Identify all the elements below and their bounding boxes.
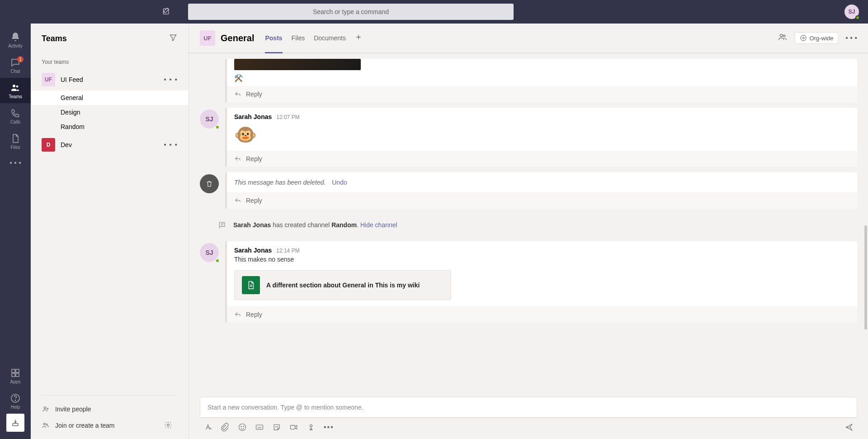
team-avatar: UF <box>42 73 55 86</box>
teams-footer: Invite people Join or create a team <box>31 390 189 439</box>
reply-button[interactable]: Reply <box>227 192 857 209</box>
rail-files[interactable]: Files <box>0 129 31 154</box>
presence-indicator <box>215 258 220 263</box>
reply-button[interactable]: Reply <box>227 306 857 323</box>
svg-point-26 <box>310 425 312 427</box>
svg-point-12 <box>46 424 47 425</box>
team-more-icon[interactable]: • • • <box>164 76 178 84</box>
emoji-icon[interactable] <box>238 423 247 432</box>
wiki-title: A different section about General in Thi… <box>266 282 420 289</box>
join-create-team-button[interactable]: Join or create a team <box>31 417 189 434</box>
tab-posts[interactable]: Posts <box>265 24 282 52</box>
gif-icon[interactable]: GIF <box>255 423 264 432</box>
format-icon[interactable] <box>203 423 212 432</box>
message-avatar[interactable]: SJ <box>200 110 219 129</box>
teams-panel: Teams Your teams UF UI Feed • • • Genera… <box>31 24 189 439</box>
message-avatar[interactable]: SJ <box>200 243 219 262</box>
attachment-image[interactable] <box>234 59 361 70</box>
svg-point-8 <box>15 400 15 400</box>
rail-more[interactable]: • • • <box>0 154 31 172</box>
attach-icon[interactable] <box>221 423 230 432</box>
profile-avatar[interactable]: SJ <box>844 5 859 19</box>
teams-title: Teams <box>42 34 67 43</box>
svg-point-14 <box>780 34 783 37</box>
channel-more-icon[interactable]: • • • <box>845 34 857 42</box>
teams-header: Teams <box>31 24 189 53</box>
channel-design[interactable]: Design <box>31 105 189 119</box>
svg-rect-6 <box>16 373 19 377</box>
settings-icon[interactable] <box>164 421 178 430</box>
system-message: Sarah Jonas has created channel Random. … <box>200 214 857 236</box>
chat-badge: 1 <box>17 56 24 62</box>
svg-point-24 <box>277 427 278 427</box>
rail-apps[interactable]: Apps <box>0 363 31 388</box>
rail-download[interactable] <box>6 414 24 432</box>
message-time: 12:14 PM <box>276 248 299 254</box>
meetnow-icon[interactable] <box>289 423 298 432</box>
presence-indicator <box>855 15 860 20</box>
composer-area: Start a new conversation. Type @ to ment… <box>189 397 868 439</box>
channel-tabs: Posts Files Documents <box>265 24 362 52</box>
team-more-icon[interactable]: • • • <box>164 141 178 149</box>
titlebar: Search or type a command SJ <box>0 0 868 24</box>
compose-button[interactable] <box>159 5 174 19</box>
message-time: 12:07 PM <box>276 114 299 120</box>
channel-general[interactable]: General <box>31 91 189 105</box>
hide-channel-link[interactable]: Hide channel <box>360 221 397 229</box>
send-button[interactable] <box>844 423 854 432</box>
composer-input[interactable]: Start a new conversation. Type @ to ment… <box>200 397 857 418</box>
composer-toolbar: GIF ••• <box>200 418 857 432</box>
teams-section-label: Your teams <box>31 55 189 69</box>
profile-initials: SJ <box>849 9 855 15</box>
reply-button[interactable]: Reply <box>227 151 857 167</box>
svg-point-11 <box>43 423 45 425</box>
content-area: UF General Posts Files Documents Org-wid… <box>189 24 868 439</box>
rail-activity[interactable]: Activity <box>0 27 31 52</box>
rail-calls[interactable]: Calls <box>0 103 31 129</box>
svg-rect-4 <box>16 369 19 372</box>
channel-title: General <box>221 33 254 43</box>
rail-teams[interactable]: Teams <box>0 78 31 103</box>
composer-more-icon[interactable]: ••• <box>324 423 334 431</box>
presence-indicator <box>215 125 220 129</box>
svg-point-17 <box>801 35 806 41</box>
svg-rect-9 <box>13 424 18 426</box>
message-author: Sarah Jonas <box>234 113 272 120</box>
messages-area[interactable]: ⚒️ Reply SJ <box>189 53 868 397</box>
message-body-emoji: 🐵 <box>227 122 857 151</box>
sticker-icon[interactable] <box>272 423 281 432</box>
svg-point-20 <box>243 426 244 427</box>
manage-team-icon[interactable] <box>778 32 788 44</box>
svg-point-19 <box>241 426 241 427</box>
svg-point-15 <box>783 35 785 37</box>
wiki-icon <box>242 276 260 294</box>
team-item-dev[interactable]: D Dev • • • <box>31 134 189 156</box>
team-item-ui-feed[interactable]: UF UI Feed • • • <box>31 69 189 91</box>
team-name: UI Feed <box>61 76 164 83</box>
invite-people-button[interactable]: Invite people <box>31 401 189 417</box>
message-author: Sarah Jonas <box>234 247 272 254</box>
svg-point-13 <box>167 424 170 426</box>
org-wide-tag[interactable]: Org-wide <box>795 32 839 44</box>
svg-point-23 <box>276 427 276 427</box>
svg-point-2 <box>16 85 19 87</box>
tab-files[interactable]: Files <box>292 24 305 52</box>
reaction[interactable]: ⚒️ <box>227 74 857 86</box>
channel-header: UF General Posts Files Documents Org-wid… <box>189 24 868 53</box>
app-rail: Activity 1 Chat Teams Calls Files • • • … <box>0 24 31 439</box>
rail-chat[interactable]: 1 Chat <box>0 52 31 78</box>
rail-help[interactable]: Help <box>0 388 31 414</box>
reply-button[interactable]: Reply <box>227 86 857 102</box>
team-avatar: D <box>42 138 55 152</box>
search-input[interactable]: Search or type a command <box>188 4 514 20</box>
channel-random[interactable]: Random <box>31 119 189 134</box>
svg-point-1 <box>13 85 15 87</box>
tab-documents[interactable]: Documents <box>314 24 346 52</box>
deleted-message-text: This message has been deleted. Undo <box>227 172 857 192</box>
wiki-attachment[interactable]: A different section about General in Thi… <box>234 270 451 300</box>
add-tab-button[interactable] <box>355 33 362 43</box>
filter-icon[interactable] <box>169 33 178 44</box>
scrollbar-thumb[interactable] <box>864 225 867 329</box>
stream-icon[interactable] <box>307 423 316 432</box>
undo-link[interactable]: Undo <box>332 179 347 186</box>
